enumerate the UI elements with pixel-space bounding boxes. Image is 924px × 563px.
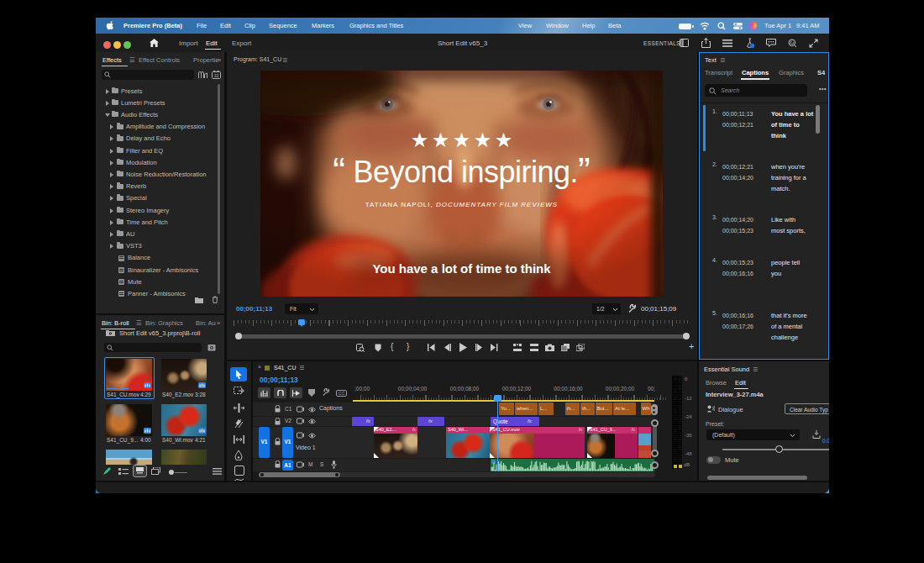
svg-text:CC: CC xyxy=(339,391,345,396)
svg-text:32: 32 xyxy=(214,73,219,78)
